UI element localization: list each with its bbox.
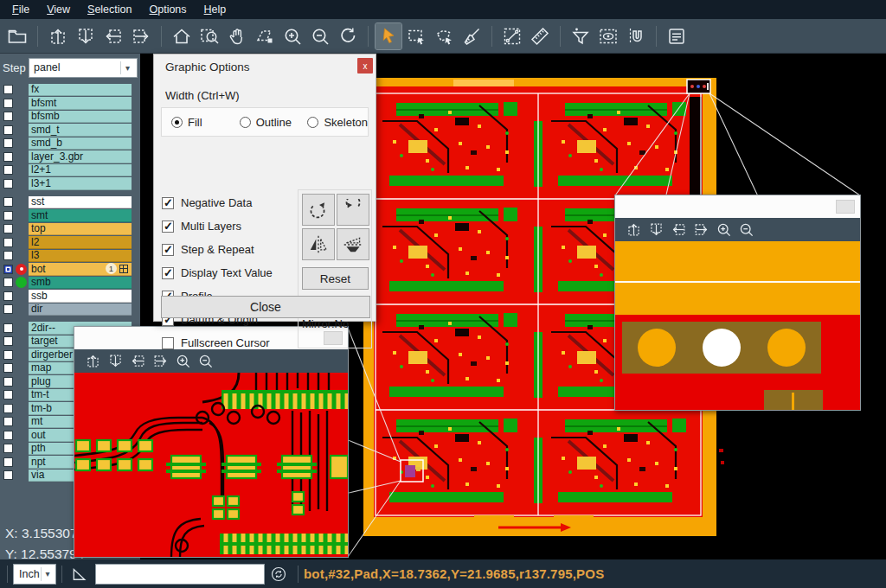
- layer-row-bot[interactable]: bot1: [0, 263, 140, 277]
- layer-row-smd_t[interactable]: smd_t: [0, 124, 140, 137]
- layer-checkbox[interactable]: [3, 251, 13, 260]
- layer-checkbox[interactable]: [3, 238, 13, 247]
- layer-checkbox[interactable]: [3, 457, 13, 467]
- layer-row-smd_b[interactable]: smd_b: [0, 137, 140, 150]
- layer-checkbox[interactable]: [3, 390, 13, 399]
- layer-checkbox[interactable]: [3, 291, 13, 301]
- layer-checkbox[interactable]: [3, 138, 13, 148]
- layer-checkbox[interactable]: [3, 470, 13, 480]
- checkbox-box[interactable]: [162, 244, 174, 256]
- zoom-in-button[interactable]: [279, 23, 305, 49]
- layer-checkbox[interactable]: [3, 211, 13, 220]
- radio-outline[interactable]: Outline: [240, 116, 299, 129]
- layer-row-fx[interactable]: fx: [0, 83, 140, 97]
- zoom-home-button[interactable]: [169, 23, 195, 49]
- layer-checkbox[interactable]: [3, 350, 13, 360]
- checkbox-box[interactable]: [162, 337, 174, 349]
- snap-magnet-button[interactable]: [623, 23, 649, 49]
- layer-checkbox[interactable]: [3, 85, 13, 94]
- zoom-window-button[interactable]: [196, 23, 222, 49]
- view-options-button[interactable]: [595, 23, 621, 49]
- layer-name[interactable]: l3+1: [29, 177, 132, 190]
- pan-down-button[interactable]: [645, 220, 667, 240]
- layer-checkbox[interactable]: [3, 417, 13, 426]
- checkbox-step-repeat[interactable]: Step & Repeat: [162, 238, 300, 261]
- zoom-out-button[interactable]: [735, 220, 757, 240]
- zoom-popup-bottom-left[interactable]: [74, 326, 349, 558]
- popup-title-bar[interactable]: [615, 195, 860, 218]
- checkbox-negative-data[interactable]: Negative Data: [162, 191, 300, 214]
- layer-name[interactable]: top: [29, 223, 132, 236]
- layer-name[interactable]: smb: [29, 277, 132, 290]
- checkbox-multi-layers[interactable]: Multi Layers: [162, 214, 300, 238]
- pan-up-button[interactable]: [81, 352, 104, 371]
- layer-name[interactable]: fx: [29, 84, 132, 97]
- radio-dot[interactable]: [307, 117, 318, 128]
- layer-checkbox[interactable]: [3, 363, 13, 373]
- unit-select[interactable]: Inch ▾: [13, 564, 56, 585]
- zoom-previous-button[interactable]: [335, 23, 361, 49]
- grid-icon[interactable]: [119, 265, 128, 273]
- layer-checkbox[interactable]: [3, 336, 13, 346]
- checkbox-box[interactable]: [162, 220, 174, 233]
- layer-checkbox[interactable]: [3, 99, 13, 108]
- radio-skeleton[interactable]: Skeleton: [307, 116, 368, 129]
- layer-row-smt[interactable]: smt: [0, 209, 140, 223]
- reset-button[interactable]: Reset: [302, 267, 369, 290]
- layer-checkbox[interactable]: [3, 377, 13, 387]
- layer-name[interactable]: smd_b: [29, 137, 132, 150]
- layer-checkbox[interactable]: [3, 431, 13, 440]
- layer-checkbox[interactable]: [3, 404, 13, 413]
- layer-checkbox[interactable]: [3, 125, 13, 135]
- popup-minimize-button[interactable]: [836, 200, 855, 214]
- select-rect-button[interactable]: [403, 23, 429, 49]
- step-select[interactable]: panel ▾: [29, 58, 138, 78]
- rotate-cw-button[interactable]: [302, 194, 335, 226]
- layer-name[interactable]: l3: [29, 250, 132, 263]
- menu-view[interactable]: View: [38, 2, 79, 17]
- checkbox-fullscreen-cursor[interactable]: Fullscreen Cursor: [162, 331, 300, 355]
- layer-checkbox[interactable]: [3, 323, 13, 333]
- layer-checkbox[interactable]: [3, 165, 13, 175]
- mirror-horizontal-button[interactable]: [337, 228, 369, 260]
- menu-help[interactable]: Help: [196, 2, 235, 17]
- select-cursor-button[interactable]: [376, 23, 401, 49]
- filter-button[interactable]: [568, 23, 594, 49]
- close-button[interactable]: x: [357, 58, 373, 74]
- layer-name[interactable]: l2+1: [29, 164, 132, 177]
- select-poly-button[interactable]: [431, 23, 457, 49]
- layer-checkbox[interactable]: [3, 278, 13, 287]
- ruler-button[interactable]: [527, 23, 553, 49]
- layer-name[interactable]: ssb: [29, 290, 132, 303]
- menu-file[interactable]: File: [3, 2, 38, 17]
- clear-brush-button[interactable]: [459, 23, 485, 49]
- pan-down-button[interactable]: [104, 352, 126, 371]
- layer-row-l2[interactable]: l2: [0, 236, 140, 250]
- checkbox-display-text-value[interactable]: Display Text Value: [162, 261, 300, 284]
- layer-checkbox[interactable]: [3, 152, 13, 162]
- layer-checkbox[interactable]: [3, 197, 13, 207]
- layer-name[interactable]: l2: [29, 236, 132, 249]
- layer-checkbox[interactable]: [3, 224, 13, 233]
- checkbox-box[interactable]: [162, 197, 174, 209]
- radio-fill[interactable]: Fill: [171, 116, 230, 129]
- zoom-view-content[interactable]: [615, 241, 860, 410]
- layer-name[interactable]: sst: [29, 196, 132, 209]
- pan-left-button[interactable]: [667, 220, 690, 240]
- layer-row-layer_3.gbr[interactable]: layer_3.gbr: [0, 150, 140, 164]
- layer-name[interactable]: smt: [29, 209, 132, 222]
- radio-dot[interactable]: [171, 117, 183, 128]
- layer-name[interactable]: bfsmt: [29, 97, 132, 110]
- pan-up-button[interactable]: [45, 23, 71, 49]
- zoom-popup-top-right[interactable]: [614, 195, 861, 411]
- open-file-button[interactable]: [4, 23, 30, 49]
- pan-right-button[interactable]: [128, 23, 154, 49]
- mirror-vertical-button[interactable]: [302, 228, 335, 260]
- command-input[interactable]: [95, 564, 265, 585]
- layer-name[interactable]: bot1: [29, 263, 132, 276]
- radio-dot[interactable]: [240, 117, 251, 128]
- pan-left-button[interactable]: [100, 23, 126, 49]
- dialog-close-button[interactable]: Close: [161, 296, 370, 318]
- pan-left-button[interactable]: [126, 352, 149, 371]
- zoom-poly-button[interactable]: [252, 23, 278, 49]
